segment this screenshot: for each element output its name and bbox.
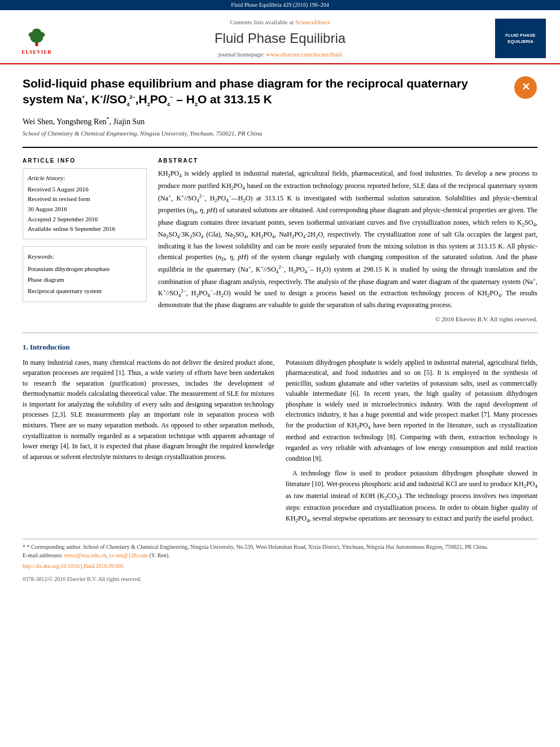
abstract-text: KH2PO4 is widely applied in industrial m… — [158, 168, 537, 311]
received-revised: Received in revised form30 August 2016 — [28, 194, 142, 214]
journal-top-bar: Fluid Phase Equilibria 429 (2016) 196–20… — [0, 0, 560, 10]
journal-homepage: journal homepage: www.elsevier.com/locat… — [79, 50, 481, 59]
email-link-2[interactable]: ys-ren@126.com — [109, 552, 148, 558]
keyword-2: Phase diagram — [28, 274, 142, 286]
doi-line: http://dx.doi.org/10.1016/j.fluid.2016.0… — [23, 562, 537, 570]
content-area: Solid-liquid phase equilibrium and phase… — [0, 64, 560, 595]
journal-url[interactable]: www.elsevier.com/locate/fluid — [266, 51, 342, 58]
intro-col2-para1: Potassium dihydrogen phosphate is widely… — [286, 357, 537, 464]
intro-two-col: In many industrial cases, many chemical … — [23, 357, 537, 530]
history-label: Article history: — [28, 173, 142, 184]
issn-line: 0378-3812/© 2016 Elsevier B.V. All right… — [23, 575, 537, 583]
keywords-label: Keywords: — [28, 251, 142, 263]
affiliation: School of Chemistry & Chemical Engineeri… — [23, 129, 537, 138]
article-main-cols: ARTICLE INFO Article history: Received 5… — [23, 157, 537, 324]
star-footnote: * * Corresponding author. School of Chem… — [23, 543, 537, 551]
crossmark-icon: ✕ — [514, 76, 537, 103]
journal-title: Fluid Phase Equilibria — [79, 29, 481, 48]
journal-header-center: Contents lists available at ScienceDirec… — [68, 14, 492, 63]
authors: Wei Shen, Yongsheng Ren*, Jiajin Sun — [23, 115, 537, 127]
star-symbol: * — [23, 544, 27, 550]
intro-col2: Potassium dihydrogen phosphate is widely… — [286, 357, 537, 530]
article-title-block: Solid-liquid phase equilibrium and phase… — [23, 76, 537, 108]
sciencedirect-link[interactable]: ScienceDirect — [295, 19, 330, 25]
email-link-1[interactable]: renys@nxu.edu.cn — [64, 552, 106, 558]
journal-logo-text: FLUID PHASE EQUILIBRIA — [497, 32, 544, 45]
elsevier-logo: ELSEVIER — [11, 21, 62, 55]
intro-col1: In many industrial cases, many chemical … — [23, 357, 274, 530]
elsevier-tree-icon — [20, 25, 54, 47]
keywords-box: Keywords: Potassium dihydrogen phosphate… — [23, 246, 147, 302]
svg-point-4 — [32, 28, 41, 36]
available-date: Available online 6 September 2016 — [28, 224, 142, 234]
journal-citation: Fluid Phase Equilibria 429 (2016) 196–20… — [231, 2, 329, 8]
accepted-date: Accepted 2 September 2016 — [28, 215, 142, 225]
journal-logo-box: FLUID PHASE EQUILIBRIA — [495, 19, 546, 58]
intro-section-title: 1. Introduction — [23, 342, 537, 352]
sciencedirect-line: Contents lists available at ScienceDirec… — [79, 18, 481, 27]
article-info-box: Article history: Received 5 August 2016 … — [23, 168, 147, 239]
keyword-3: Reciprocal quaternary system — [28, 286, 142, 297]
divider-mid — [23, 333, 537, 333]
received-date: Received 5 August 2016 — [28, 185, 142, 195]
email-line: E-mail addresses: renys@nxu.edu.cn, ys-r… — [23, 551, 537, 560]
intro-col2-para2: A technology flow is used to produce pot… — [286, 468, 537, 525]
footnote-area: * * Corresponding author. School of Chem… — [23, 539, 537, 583]
journal-header-right: FLUID PHASE EQUILIBRIA — [492, 14, 549, 63]
article-info-label: ARTICLE INFO — [23, 157, 147, 165]
divider-thick — [23, 147, 537, 148]
keyword-1: Potassium dihydrogen phosphate — [28, 264, 142, 275]
elsevier-brand-text: ELSEVIER — [21, 49, 52, 56]
journal-header: ELSEVIER Contents lists available at Sci… — [0, 10, 560, 64]
intro-section: 1. Introduction In many industrial cases… — [23, 342, 537, 530]
doi-link[interactable]: http://dx.doi.org/10.1016/j.fluid.2016.0… — [23, 563, 124, 569]
svg-text:✕: ✕ — [522, 81, 530, 93]
copyright-line: © 2016 Elsevier B.V. All rights reserved… — [158, 315, 537, 324]
right-column: ABSTRACT KH2PO4 is widely applied in ind… — [158, 157, 537, 324]
left-column: ARTICLE INFO Article history: Received 5… — [23, 157, 147, 324]
article-title-text: Solid-liquid phase equilibrium and phase… — [23, 76, 507, 108]
journal-header-left: ELSEVIER — [11, 14, 68, 63]
intro-col1-para1: In many industrial cases, many chemical … — [23, 357, 274, 462]
abstract-label: ABSTRACT — [158, 157, 537, 165]
